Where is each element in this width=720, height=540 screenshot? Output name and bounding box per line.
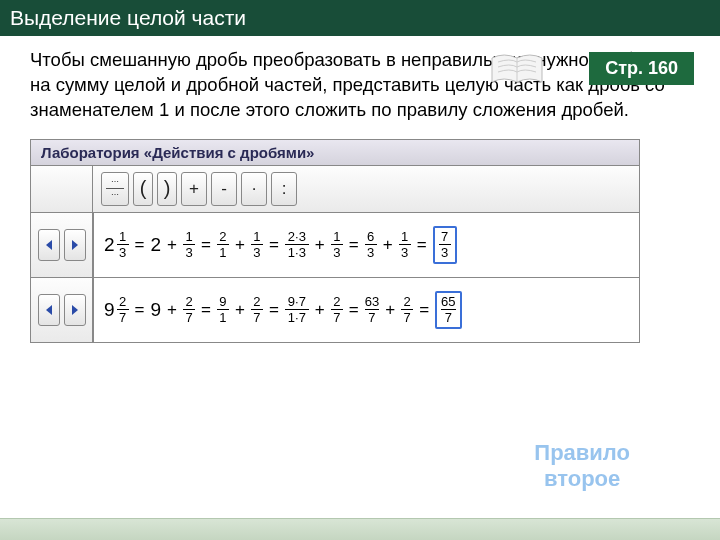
lab-panel: Лаборатория «Действия с дробями» ⋯⋯ ( ) … [30,139,640,343]
fraction-tool-icon: ⋯⋯ [102,176,128,201]
fraction-tool-button[interactable]: ⋯⋯ [101,172,129,206]
minus-button[interactable]: - [211,172,237,206]
multiply-button[interactable]: · [241,172,267,206]
page-badge: Стр. 160 [589,52,694,85]
toolbar-row: ⋯⋯ ( ) + - · : [31,166,639,213]
expression-row-1: 2 13 = 2 + 13 = 21 + 13 = 2·31·3 + 13 = … [31,213,639,278]
prev-button[interactable] [38,294,60,326]
result-1: 73 [433,226,457,264]
slide-title: Выделение целой части [0,0,720,36]
book-icon [490,48,544,92]
nav-cell-row1 [31,213,93,277]
nav-cell-row2 [31,278,93,342]
rule-link[interactable]: Правило второе [534,440,630,493]
expression-1: 2 13 = 2 + 13 = 21 + 13 = 2·31·3 + 13 = … [93,213,639,277]
result-2: 657 [435,291,461,329]
next-button[interactable] [64,294,86,326]
rparen-button[interactable]: ) [157,172,177,206]
tool-cell: ⋯⋯ ( ) + - · : [93,166,639,212]
whole-part: 9 [104,299,115,321]
whole-part: 2 [104,234,115,256]
expression-row-2: 9 27 = 9 + 27 = 91 + 27 = 9·71·7 + 27 = … [31,278,639,342]
prev-button[interactable] [38,229,60,261]
next-button[interactable] [64,229,86,261]
plus-button[interactable]: + [181,172,207,206]
content-area: Стр. 160 Чтобы смешанную дробь преобразо… [0,36,720,343]
lab-header: Лаборатория «Действия с дробями» [31,140,639,166]
nav-cell-top [31,166,93,212]
intro-row: Стр. 160 Чтобы смешанную дробь преобразо… [30,48,704,123]
lparen-button[interactable]: ( [133,172,153,206]
footer-band [0,518,720,540]
expression-2: 9 27 = 9 + 27 = 91 + 27 = 9·71·7 + 27 = … [93,278,639,342]
divide-button[interactable]: : [271,172,297,206]
